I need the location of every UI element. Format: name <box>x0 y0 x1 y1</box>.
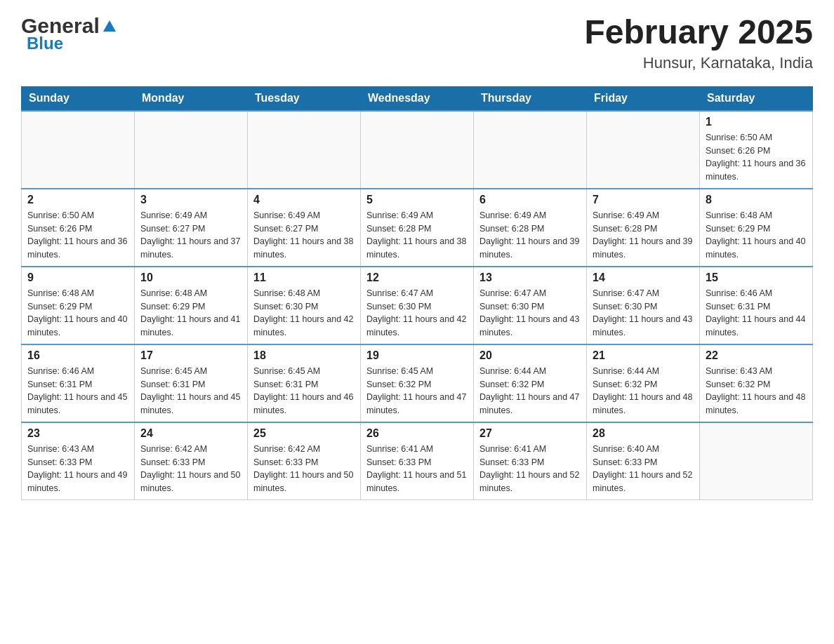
day-cell-19: 19Sunrise: 6:45 AMSunset: 6:32 PMDayligh… <box>361 344 474 422</box>
title-block: February 2025 Hunsur, Karnataka, India <box>584 14 813 72</box>
day-number: 18 <box>253 349 355 362</box>
day-number: 21 <box>593 349 694 362</box>
day-number: 17 <box>140 349 241 362</box>
day-info: Sunrise: 6:48 AMSunset: 6:29 PMDaylight:… <box>140 287 241 340</box>
day-info: Sunrise: 6:49 AMSunset: 6:28 PMDaylight:… <box>366 209 468 262</box>
day-info: Sunrise: 6:45 AMSunset: 6:32 PMDaylight:… <box>366 365 468 417</box>
day-cell-16: 16Sunrise: 6:46 AMSunset: 6:31 PMDayligh… <box>22 344 135 422</box>
day-info: Sunrise: 6:46 AMSunset: 6:31 PMDaylight:… <box>706 287 807 340</box>
day-info: Sunrise: 6:48 AMSunset: 6:29 PMDaylight:… <box>27 287 128 340</box>
empty-cell <box>474 111 587 189</box>
day-number: 25 <box>253 427 355 440</box>
day-info: Sunrise: 6:48 AMSunset: 6:29 PMDaylight:… <box>706 209 807 262</box>
day-cell-17: 17Sunrise: 6:45 AMSunset: 6:31 PMDayligh… <box>135 344 248 422</box>
day-cell-1: 1Sunrise: 6:50 AMSunset: 6:26 PMDaylight… <box>700 111 813 189</box>
day-cell-26: 26Sunrise: 6:41 AMSunset: 6:33 PMDayligh… <box>361 422 474 500</box>
empty-cell <box>22 111 135 189</box>
day-cell-4: 4Sunrise: 6:49 AMSunset: 6:27 PMDaylight… <box>248 189 361 267</box>
day-cell-7: 7Sunrise: 6:49 AMSunset: 6:28 PMDaylight… <box>587 189 700 267</box>
day-info: Sunrise: 6:42 AMSunset: 6:33 PMDaylight:… <box>140 443 241 495</box>
day-number: 23 <box>27 427 128 440</box>
svg-marker-0 <box>103 20 116 32</box>
day-info: Sunrise: 6:41 AMSunset: 6:33 PMDaylight:… <box>479 443 581 495</box>
day-cell-18: 18Sunrise: 6:45 AMSunset: 6:31 PMDayligh… <box>248 344 361 422</box>
day-cell-8: 8Sunrise: 6:48 AMSunset: 6:29 PMDaylight… <box>700 189 813 267</box>
day-info: Sunrise: 6:40 AMSunset: 6:33 PMDaylight:… <box>593 443 694 495</box>
day-number: 8 <box>706 194 807 206</box>
calendar-body: 1Sunrise: 6:50 AMSunset: 6:26 PMDaylight… <box>22 111 813 500</box>
day-cell-10: 10Sunrise: 6:48 AMSunset: 6:29 PMDayligh… <box>135 267 248 344</box>
day-cell-25: 25Sunrise: 6:42 AMSunset: 6:33 PMDayligh… <box>248 422 361 500</box>
day-number: 10 <box>140 271 241 284</box>
day-info: Sunrise: 6:47 AMSunset: 6:30 PMDaylight:… <box>366 287 468 340</box>
logo: General Blue <box>21 14 117 53</box>
header-row: SundayMondayTuesdayWednesdayThursdayFrid… <box>22 86 813 111</box>
week-row-5: 23Sunrise: 6:43 AMSunset: 6:33 PMDayligh… <box>22 422 813 500</box>
day-cell-23: 23Sunrise: 6:43 AMSunset: 6:33 PMDayligh… <box>22 422 135 500</box>
day-cell-2: 2Sunrise: 6:50 AMSunset: 6:26 PMDaylight… <box>22 189 135 267</box>
day-number: 12 <box>366 271 468 284</box>
header-cell-friday: Friday <box>587 86 700 111</box>
day-number: 6 <box>479 194 581 206</box>
empty-cell <box>135 111 248 189</box>
calendar-table: SundayMondayTuesdayWednesdayThursdayFrid… <box>21 86 813 500</box>
header-cell-sunday: Sunday <box>22 86 135 111</box>
day-number: 27 <box>479 427 581 440</box>
header-cell-tuesday: Tuesday <box>248 86 361 111</box>
header-cell-wednesday: Wednesday <box>361 86 474 111</box>
empty-cell <box>248 111 361 189</box>
day-cell-22: 22Sunrise: 6:43 AMSunset: 6:32 PMDayligh… <box>700 344 813 422</box>
day-number: 3 <box>140 194 241 206</box>
day-number: 11 <box>253 271 355 284</box>
day-info: Sunrise: 6:49 AMSunset: 6:28 PMDaylight:… <box>479 209 581 262</box>
day-number: 19 <box>366 349 468 362</box>
day-number: 22 <box>706 349 807 362</box>
calendar-title: February 2025 <box>584 14 813 51</box>
day-cell-21: 21Sunrise: 6:44 AMSunset: 6:32 PMDayligh… <box>587 344 700 422</box>
day-info: Sunrise: 6:49 AMSunset: 6:28 PMDaylight:… <box>593 209 694 262</box>
day-number: 7 <box>593 194 694 206</box>
day-info: Sunrise: 6:47 AMSunset: 6:30 PMDaylight:… <box>479 287 581 340</box>
week-row-2: 2Sunrise: 6:50 AMSunset: 6:26 PMDaylight… <box>22 189 813 267</box>
week-row-4: 16Sunrise: 6:46 AMSunset: 6:31 PMDayligh… <box>22 344 813 422</box>
day-info: Sunrise: 6:43 AMSunset: 6:33 PMDaylight:… <box>27 443 128 495</box>
day-info: Sunrise: 6:42 AMSunset: 6:33 PMDaylight:… <box>253 443 355 495</box>
day-number: 14 <box>593 271 694 284</box>
day-number: 28 <box>593 427 694 440</box>
day-info: Sunrise: 6:49 AMSunset: 6:27 PMDaylight:… <box>253 209 355 262</box>
day-info: Sunrise: 6:44 AMSunset: 6:32 PMDaylight:… <box>479 365 581 417</box>
week-row-3: 9Sunrise: 6:48 AMSunset: 6:29 PMDaylight… <box>22 267 813 344</box>
day-info: Sunrise: 6:50 AMSunset: 6:26 PMDaylight:… <box>706 131 807 184</box>
empty-cell <box>361 111 474 189</box>
day-info: Sunrise: 6:45 AMSunset: 6:31 PMDaylight:… <box>140 365 241 417</box>
empty-cell <box>700 422 813 500</box>
header-cell-monday: Monday <box>135 86 248 111</box>
day-info: Sunrise: 6:45 AMSunset: 6:31 PMDaylight:… <box>253 365 355 417</box>
logo-arrow-icon <box>102 18 117 36</box>
day-number: 2 <box>27 194 128 206</box>
day-info: Sunrise: 6:44 AMSunset: 6:32 PMDaylight:… <box>593 365 694 417</box>
day-info: Sunrise: 6:41 AMSunset: 6:33 PMDaylight:… <box>366 443 468 495</box>
empty-cell <box>587 111 700 189</box>
day-number: 15 <box>706 271 807 284</box>
calendar-header: SundayMondayTuesdayWednesdayThursdayFrid… <box>22 86 813 111</box>
day-cell-5: 5Sunrise: 6:49 AMSunset: 6:28 PMDaylight… <box>361 189 474 267</box>
logo-blue-text: Blue <box>27 34 63 53</box>
calendar-subtitle: Hunsur, Karnataka, India <box>584 54 813 72</box>
day-cell-27: 27Sunrise: 6:41 AMSunset: 6:33 PMDayligh… <box>474 422 587 500</box>
page-header: General Blue February 2025 Hunsur, Karna… <box>21 14 813 72</box>
day-cell-6: 6Sunrise: 6:49 AMSunset: 6:28 PMDaylight… <box>474 189 587 267</box>
day-cell-20: 20Sunrise: 6:44 AMSunset: 6:32 PMDayligh… <box>474 344 587 422</box>
day-number: 9 <box>27 271 128 284</box>
day-info: Sunrise: 6:48 AMSunset: 6:30 PMDaylight:… <box>253 287 355 340</box>
day-info: Sunrise: 6:49 AMSunset: 6:27 PMDaylight:… <box>140 209 241 262</box>
day-cell-9: 9Sunrise: 6:48 AMSunset: 6:29 PMDaylight… <box>22 267 135 344</box>
day-number: 4 <box>253 194 355 206</box>
week-row-1: 1Sunrise: 6:50 AMSunset: 6:26 PMDaylight… <box>22 111 813 189</box>
header-cell-saturday: Saturday <box>700 86 813 111</box>
day-cell-3: 3Sunrise: 6:49 AMSunset: 6:27 PMDaylight… <box>135 189 248 267</box>
day-info: Sunrise: 6:43 AMSunset: 6:32 PMDaylight:… <box>706 365 807 417</box>
day-number: 20 <box>479 349 581 362</box>
day-cell-15: 15Sunrise: 6:46 AMSunset: 6:31 PMDayligh… <box>700 267 813 344</box>
day-info: Sunrise: 6:47 AMSunset: 6:30 PMDaylight:… <box>593 287 694 340</box>
